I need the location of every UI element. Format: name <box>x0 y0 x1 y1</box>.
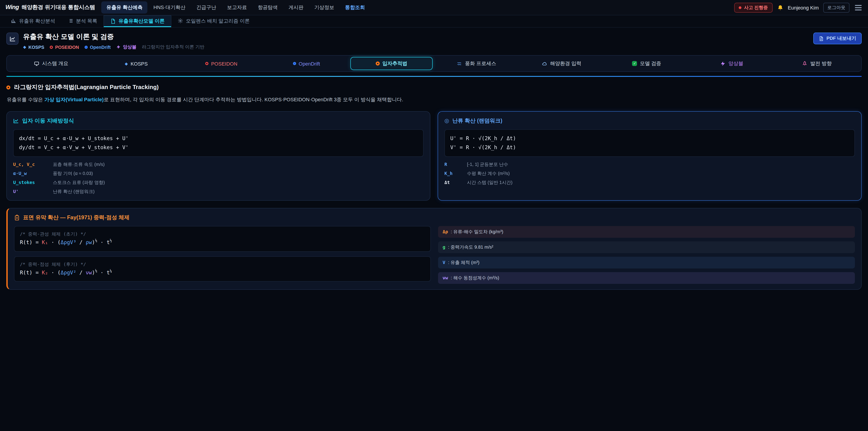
legend-row: K_h 수평 확산 계수 (m²/s) <box>444 171 855 177</box>
model-badges: ◆ KOSPS POSEIDON OpenDrift 앙상블 <box>23 44 204 50</box>
nav-item-aerial-search[interactable]: 항공탐색 <box>253 1 283 13</box>
tab-diffusion-model-theory[interactable]: 유출유확산모델 이론 <box>103 16 171 27</box>
nav-item-reports[interactable]: 보고자료 <box>222 1 252 13</box>
section-heading: 라그랑지안 입자추적법(Lagrangian Particle Tracking… <box>6 83 862 91</box>
virtual-particle-highlight: 가상 입자(Virtual Particle) <box>44 97 103 102</box>
main-nav: 유출유 확산예측 HNS·대기확산 긴급구난 보고자료 항공탐색 게시판 기상정… <box>101 1 728 13</box>
swirl-icon: ◎ <box>444 118 449 123</box>
red-dot-icon <box>50 45 53 49</box>
file-icon <box>110 18 116 24</box>
page-title-icon <box>6 33 19 45</box>
section-tab-particle-tracking[interactable]: 입자추적법 <box>350 57 433 70</box>
user-name: Eunjeong Kim <box>788 5 819 10</box>
diamond-icon: ◆ <box>23 45 26 49</box>
turbulence-card: ◎ 난류 확산 (랜덤워크) U' = R · √(2K_h / Δt) V' … <box>438 111 862 201</box>
legend-row: R [-1, 1] 균등분포 난수 <box>444 161 855 168</box>
legend-row: Δρ : 유류-해수 밀도차 (kg/m³) <box>438 226 855 238</box>
incident-status-badge[interactable]: 사고 진행중 <box>734 2 772 12</box>
sub-tabs: 유출유 확산분석 분석 목록 유출유확산모델 이론 오일펜스 배치 알고리즘 이… <box>0 16 868 28</box>
tab-oil-fence-algorithm[interactable]: 오일펜스 배치 알고리즘 이론 <box>171 16 256 27</box>
tab-analysis-list[interactable]: 분석 목록 <box>61 16 103 27</box>
legend-row: Δt 시간 스텝 (일반 1시간) <box>444 180 855 186</box>
legend-row: α·U_w 풍랑 기여 (α ≈ 0.03) <box>13 171 424 177</box>
wave-icon <box>457 61 462 66</box>
page-title: 유출유 확산 모델 이론 및 검증 <box>23 33 204 41</box>
monitor-icon <box>34 61 39 66</box>
section-divider <box>6 76 862 77</box>
section-tab-future-direction[interactable]: 발전 방향 <box>776 57 858 70</box>
page-subtitle: 라그랑지안 입자추적 이론 기반 <box>142 44 205 50</box>
trend-chart-icon <box>13 118 19 124</box>
section-tab-model-validation[interactable]: ✓ 모델 검증 <box>606 57 688 70</box>
check-icon: ✓ <box>632 61 637 66</box>
app-root: Wing 해양환경 위기대응 통합시스템 유출유 확산예측 HNS·대기확산 긴… <box>0 0 868 431</box>
governing-code-block: dx/dt = U_c + α·U_w + U_stokes + U' dy/d… <box>13 129 424 157</box>
list-icon <box>68 18 73 24</box>
page-header: 유출유 확산 모델 이론 및 검증 ◆ KOSPS POSEIDON OpenD… <box>0 28 868 54</box>
section-tab-poseidon[interactable]: POSEIDON <box>180 58 262 69</box>
nav-item-oil-spill-forecast[interactable]: 유출유 확산예측 <box>101 1 148 13</box>
pdf-export-button[interactable]: PDF 내보내기 <box>813 33 862 44</box>
logout-button[interactable]: 로그아웃 <box>823 2 849 12</box>
clipboard-icon <box>14 215 20 221</box>
nav-item-integrated-search[interactable]: 통합조회 <box>340 1 370 13</box>
gear-icon <box>178 18 183 24</box>
badge-poseidon: POSEIDON <box>50 44 79 50</box>
legend-row: U_stokes 스토크스 표류 (파랑 영향) <box>13 180 424 186</box>
red-dot-icon <box>205 62 209 65</box>
section-tab-system-overview[interactable]: 시스템 개요 <box>10 57 92 70</box>
section-tab-opendrift[interactable]: OpenDrift <box>265 58 347 69</box>
line-chart-icon <box>9 35 16 42</box>
fay-legend: Δρ : 유류-해수 밀도차 (kg/m³) g : 중력가속도 9.81 m/… <box>438 226 855 284</box>
section-tab-ocean-env-input[interactable]: 해양환경 입력 <box>520 57 602 70</box>
nav-item-hns-diffusion[interactable]: HNS·대기확산 <box>149 1 191 13</box>
topbar-right: 사고 진행중 Eunjeong Kim 로그아웃 <box>734 2 863 12</box>
brand-logo: Wing <box>5 4 19 10</box>
blue-dot-icon <box>293 62 296 65</box>
main-content: 라그랑지안 입자추적법(Lagrangian Particle Tracking… <box>6 76 862 290</box>
turbulence-code-block: U' = R · √(2K_h / Δt) V' = R · √(2K_h / … <box>444 129 855 157</box>
orange-ring-icon <box>376 61 380 65</box>
tab-spill-analysis[interactable]: 유출유 확산분석 <box>4 16 61 27</box>
section-tab-weathering[interactable]: 풍화 프로세스 <box>435 57 518 70</box>
orange-ring-icon <box>6 85 10 89</box>
legend-row: U_c, V_c 표층 해류·조류 속도 (m/s) <box>13 161 424 168</box>
legend-row: V : 유출 체적 (m³) <box>438 257 855 269</box>
status-dot-icon <box>739 6 741 9</box>
fay-formula-early: /* 중력-관성 체제 (초기) */ R(t) = K₁ · (ΔρgV³ /… <box>14 226 431 251</box>
section-tab-ensemble[interactable]: 앙상블 <box>690 57 773 70</box>
fay-formulas: /* 중력-관성 체제 (초기) */ R(t) = K₁ · (ΔρgV³ /… <box>14 226 431 284</box>
nav-item-weather[interactable]: 기상정보 <box>309 1 339 13</box>
nav-item-board[interactable]: 게시판 <box>284 1 309 13</box>
fay-spreading-card: 표면 유막 확산 — Fay(1971) 중력-점성 체제 /* 중력-관성 체… <box>6 208 862 290</box>
section-tab-bar: 시스템 개요 ◆ KOSPS POSEIDON OpenDrift 입자추적법 … <box>6 55 862 72</box>
badge-ensemble: 앙상블 <box>116 44 136 50</box>
brand: Wing 해양환경 위기대응 통합시스템 <box>5 4 95 11</box>
chart-icon <box>11 18 16 24</box>
diamond-icon: ◆ <box>125 61 128 66</box>
governing-equation-card: 입자 이동 지배방정식 dx/dt = U_c + α·U_w + U_stok… <box>6 111 430 201</box>
lightning-icon <box>720 61 725 66</box>
badge-kosps: ◆ KOSPS <box>23 44 44 50</box>
lightning-icon <box>116 45 121 49</box>
fay-card-title: 표면 유막 확산 — Fay(1971) 중력-점성 체제 <box>14 214 855 221</box>
legend-row: νw : 해수 동점성계수 (m²/s) <box>438 272 855 284</box>
section-intro: 유출유를 수많은 가상 입자(Virtual Particle)로 표현하며, … <box>7 96 862 104</box>
legend-row: g : 중력가속도 9.81 m/s² <box>438 241 855 253</box>
fay-formula-late: /* 중력-점성 체제 (후기) */ R(t) = K₂ · (ΔρgV² /… <box>14 256 431 282</box>
rocket-icon <box>802 61 808 66</box>
bell-icon[interactable] <box>777 4 783 11</box>
brand-title: 해양환경 위기대응 통합시스템 <box>22 4 95 11</box>
section-tab-kosps[interactable]: ◆ KOSPS <box>95 58 177 69</box>
turbulence-legend: R [-1, 1] 균등분포 난수 K_h 수평 확산 계수 (m²/s) Δt… <box>444 161 855 186</box>
badge-opendrift: OpenDrift <box>84 44 111 50</box>
hamburger-menu-icon[interactable] <box>854 3 863 12</box>
turbulence-card-title: ◎ 난류 확산 (랜덤워크) <box>444 117 855 125</box>
legend-row: U' 난류 확산 (랜덤워크) <box>13 188 424 195</box>
cloud-icon <box>542 61 548 66</box>
document-icon <box>819 36 824 41</box>
governing-legend: U_c, V_c 표층 해류·조류 속도 (m/s) α·U_w 풍랑 기여 (… <box>13 161 424 195</box>
nav-item-emergency-rescue[interactable]: 긴급구난 <box>191 1 221 13</box>
blue-dot-icon <box>84 45 88 49</box>
status-badge-label: 사고 진행중 <box>744 4 768 11</box>
